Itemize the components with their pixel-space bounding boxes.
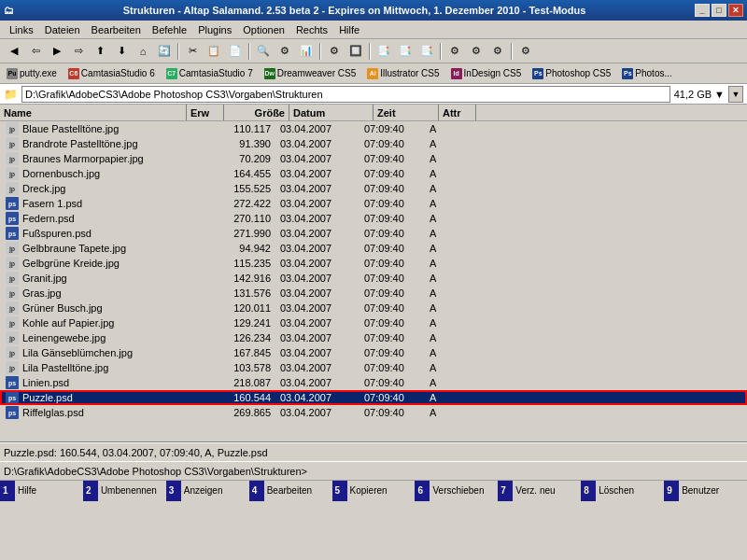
fkey-label-f2[interactable]: Umbenennen: [98, 485, 166, 496]
bookmark-putty[interactable]: Puputty.exe: [2, 65, 62, 82]
toolbar-btn-26[interactable]: ⚙: [487, 42, 508, 61]
col-header-ext[interactable]: Erw: [187, 105, 224, 120]
table-row[interactable]: jpBlaue Pastelltöne.jpg110.11703.04.2007…: [0, 121, 747, 136]
toolbar-btn-6[interactable]: ⌂: [133, 42, 153, 61]
col-header-time[interactable]: Zeit: [374, 105, 439, 120]
toolbar-btn-10[interactable]: 📋: [204, 42, 224, 61]
toolbar-btn-15[interactable]: 📊: [296, 42, 317, 61]
bookmark-dreamweaver[interactable]: DwDreamweaver CS5: [260, 65, 360, 82]
toolbar-btn-7[interactable]: 🔄: [154, 42, 175, 61]
toolbar-btn-2[interactable]: ▶: [47, 42, 67, 61]
toolbar-btn-13[interactable]: 🔍: [253, 42, 274, 61]
file-attr: A: [426, 213, 463, 224]
toolbar-btn-20[interactable]: 📑: [374, 42, 394, 61]
toolbar-btn-5[interactable]: ⬇: [111, 42, 132, 61]
toolbar-btn-1[interactable]: ⇦: [25, 42, 46, 61]
table-row[interactable]: jpLila Pastelltöne.jpg103.57803.04.20070…: [0, 360, 747, 375]
fkey-item-f7[interactable]: 7Verz. neu: [498, 481, 581, 501]
fkey-item-f3[interactable]: 3Anzeigen: [166, 481, 249, 501]
col-header-name[interactable]: Name: [0, 105, 187, 120]
bookmark-camtasia7[interactable]: C7CamtasiaStudio 7: [162, 65, 258, 82]
toolbar-btn-22[interactable]: 📑: [416, 42, 437, 61]
menu-item-bearbeiten[interactable]: Bearbeiten: [86, 22, 147, 37]
table-row[interactable]: psPuzzle.psd160.54403.04.200707:09:40A: [0, 390, 747, 405]
fkey-num-f7: 7: [498, 481, 513, 501]
toolbar-btn-3[interactable]: ⇨: [68, 42, 89, 61]
jpg-file-icon: jp: [6, 167, 19, 180]
fkey-item-f8[interactable]: 8Löschen: [581, 481, 664, 501]
fkey-item-f4[interactable]: 4Bearbeiten: [249, 481, 332, 501]
table-row[interactable]: psFußspuren.psd271.99003.04.200707:09:40…: [0, 226, 747, 241]
toolbar-btn-24[interactable]: ⚙: [444, 42, 465, 61]
toolbar-btn-17[interactable]: ⚙: [324, 42, 345, 61]
fkey-label-f3[interactable]: Anzeigen: [181, 485, 249, 496]
toolbar-btn-18[interactable]: 🔲: [345, 42, 366, 61]
col-header-attr[interactable]: Attr: [439, 105, 476, 120]
col-header-date[interactable]: Datum: [289, 105, 374, 120]
fkey-label-f5[interactable]: Kopieren: [347, 485, 416, 496]
menu-item-hilfe[interactable]: Hilfe: [333, 22, 365, 37]
close-button[interactable]: ✕: [728, 4, 743, 17]
table-row[interactable]: jpGras.jpg131.57603.04.200707:09:40A: [0, 286, 747, 301]
fkey-label-f7[interactable]: Verz. neu: [513, 485, 581, 496]
fkey-item-f6[interactable]: 6Verschieben: [415, 481, 498, 501]
table-row[interactable]: jpKohle auf Papier.jpg129.24103.04.20070…: [0, 315, 747, 330]
menu-item-optionen[interactable]: Optionen: [237, 22, 290, 37]
fkey-item-f9[interactable]: 9Benutzer: [664, 481, 747, 501]
fkey-item-f1[interactable]: 1Hilfe: [0, 481, 83, 501]
menu-item-dateien[interactable]: Dateien: [39, 22, 86, 37]
minimize-button[interactable]: _: [695, 4, 710, 17]
toolbar-btn-9[interactable]: ✂: [182, 42, 203, 61]
path-folder-icon: 📁: [4, 88, 18, 101]
path-input[interactable]: [21, 86, 670, 103]
toolbar-btn-28[interactable]: ⚙: [515, 42, 536, 61]
toolbar-btn-21[interactable]: 📑: [395, 42, 416, 61]
bookmark-photos2[interactable]: PsPhotos...: [617, 65, 676, 82]
file-list[interactable]: jpBlaue Pastelltöne.jpg110.11703.04.2007…: [0, 121, 747, 441]
menu-item-links[interactable]: Links: [4, 22, 39, 37]
table-row[interactable]: psLinien.psd218.08703.04.200707:09:40A: [0, 375, 747, 390]
psd-file-icon: ps: [6, 391, 19, 404]
toolbar-separator: [319, 43, 321, 60]
file-name: jpLeinengewebe.jpg: [0, 331, 174, 344]
toolbar-btn-11[interactable]: 📄: [225, 42, 246, 61]
toolbar-btn-25[interactable]: ⚙: [466, 42, 486, 61]
file-attr: A: [426, 183, 463, 194]
menu-item-befehle[interactable]: Befehle: [147, 22, 192, 37]
menu-item-plugins[interactable]: Plugins: [192, 22, 237, 37]
toolbar-btn-14[interactable]: ⚙: [275, 42, 295, 61]
table-row[interactable]: psFedern.psd270.11003.04.200707:09:40A: [0, 211, 747, 226]
menu-item-rechts[interactable]: Rechts: [290, 22, 333, 37]
fkey-label-f9[interactable]: Benutzer: [679, 485, 747, 496]
fkey-label-f8[interactable]: Löschen: [596, 485, 664, 496]
file-name: jpGras.jpg: [0, 287, 174, 300]
bookmark-indesign[interactable]: IdInDesign CS5: [446, 65, 527, 82]
col-header-size[interactable]: Größe: [224, 105, 289, 120]
table-row[interactable]: psFasern 1.psd272.42203.04.200707:09:40A: [0, 196, 747, 211]
bookmark-camtasia6[interactable]: C6CamtasiaStudio 6: [63, 65, 160, 82]
file-attr: A: [426, 123, 463, 134]
table-row[interactable]: jpLila Gänseblümchen.jpg167.84503.04.200…: [0, 345, 747, 360]
bookmark-photoshop[interactable]: PsPhotoshop CS5: [528, 65, 615, 82]
fkey-item-f5[interactable]: 5Kopieren: [332, 481, 416, 501]
table-row[interactable]: jpDornenbusch.jpg164.45503.04.200707:09:…: [0, 166, 747, 181]
table-row[interactable]: psRiffelglas.psd269.86503.04.200707:09:4…: [0, 405, 747, 420]
table-row[interactable]: jpLeinengewebe.jpg126.23403.04.200707:09…: [0, 330, 747, 345]
path-dropdown[interactable]: ▼: [728, 86, 743, 103]
bookmark-illustrator[interactable]: AiIllustrator CS5: [362, 65, 444, 82]
table-row[interactable]: jpGrüner Busch.jpg120.01103.04.200707:09…: [0, 301, 747, 315]
table-row[interactable]: jpGelbgrüne Kreide.jpg115.23503.04.20070…: [0, 256, 747, 271]
fkey-item-f2[interactable]: 2Umbenennen: [83, 481, 166, 501]
fkey-label-f4[interactable]: Bearbeiten: [264, 485, 332, 496]
table-row[interactable]: jpGranit.jpg142.91603.04.200707:09:40A: [0, 271, 747, 286]
fkey-label-f6[interactable]: Verschieben: [430, 485, 498, 496]
file-size: 103.578: [211, 362, 276, 373]
toolbar-btn-0[interactable]: ◀: [4, 42, 24, 61]
maximize-button[interactable]: □: [712, 4, 726, 17]
table-row[interactable]: jpGelbbraune Tapete.jpg94.94203.04.20070…: [0, 241, 747, 256]
table-row[interactable]: jpBraunes Marmorpapier.jpg70.20903.04.20…: [0, 151, 747, 166]
table-row[interactable]: jpBrandrote Pastelltöne.jpg91.39003.04.2…: [0, 136, 747, 151]
table-row[interactable]: jpDreck.jpg155.52503.04.200707:09:40A: [0, 181, 747, 196]
toolbar-btn-4[interactable]: ⬆: [90, 42, 110, 61]
fkey-label-f1[interactable]: Hilfe: [15, 485, 83, 496]
